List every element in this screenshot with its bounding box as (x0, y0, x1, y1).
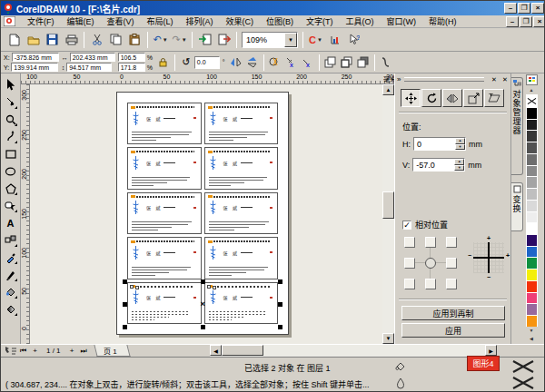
nonproportional-lock-button[interactable] (155, 54, 172, 71)
anchor-checkbox[interactable] (404, 258, 415, 269)
business-card[interactable]: 张 斌 (127, 103, 202, 144)
menu-11[interactable]: 帮助(H) (422, 15, 463, 28)
mdi-restore-button[interactable]: ❐ (520, 16, 532, 27)
color-swatch[interactable] (526, 257, 538, 269)
docker-grip[interactable] (404, 77, 484, 82)
pick-tool[interactable] (2, 76, 19, 93)
shape-tool[interactable] (2, 93, 19, 111)
scale-h-field[interactable]: 106.5 (118, 53, 145, 62)
menu-10[interactable]: 窗口(W) (381, 15, 423, 28)
convert-to-curves-button[interactable] (378, 54, 394, 71)
rotation-transform-button[interactable] (421, 89, 441, 107)
menu-2[interactable]: 编辑(E) (61, 15, 101, 28)
anchor-center-selected[interactable] (425, 258, 436, 269)
ellipse-tool[interactable] (2, 162, 19, 180)
scroll-down-icon[interactable]: ▼ (382, 333, 394, 344)
print-button[interactable] (62, 31, 81, 49)
basic-shapes-tool[interactable] (2, 197, 19, 214)
minimize-button[interactable]: – (504, 3, 517, 14)
trim-button[interactable]: x (300, 54, 316, 71)
color-swatch[interactable] (526, 153, 538, 165)
docker-title-bar[interactable]: » ✕ ✕ (395, 74, 511, 85)
color-swatch[interactable] (526, 315, 538, 327)
first-page-icon[interactable]: ⏮ (17, 346, 29, 357)
to-back-button[interactable] (339, 54, 355, 71)
scale-v-field[interactable]: 171.8 (118, 63, 145, 72)
horizontal-scrollbar[interactable]: ◀ ▶ (210, 345, 497, 357)
text-tool[interactable]: A (2, 214, 19, 231)
zoom-level-combobox[interactable]: 109% ▼ (242, 32, 298, 48)
anchor-checkbox[interactable] (446, 279, 457, 289)
position-transform-button[interactable] (401, 89, 421, 107)
business-card[interactable]: 张 斌 (204, 147, 279, 189)
color-swatch[interactable] (526, 280, 538, 292)
scroll-right-icon[interactable]: ▶ (485, 345, 497, 356)
cut-button[interactable] (87, 31, 106, 49)
v-spinner[interactable]: ▲▼ (454, 159, 464, 171)
new-button[interactable] (5, 31, 24, 49)
color-swatch[interactable] (526, 303, 538, 315)
menu-5[interactable]: 排列(A) (180, 15, 220, 28)
outline-tool[interactable] (2, 266, 19, 283)
scroll-left-icon[interactable]: ◀ (210, 345, 222, 356)
mirror-horizontal-button[interactable] (228, 54, 244, 71)
horizontal-scroll-thumb[interactable] (222, 345, 263, 356)
color-swatch[interactable] (526, 119, 538, 131)
zoom-dropdown-icon[interactable]: ▼ (284, 33, 297, 47)
business-card[interactable]: 张 斌 (127, 282, 202, 324)
color-swatch[interactable] (526, 222, 538, 234)
menu-7[interactable]: 位图(B) (260, 15, 300, 28)
size-transform-button[interactable] (463, 89, 483, 107)
menu-4[interactable]: 布局(L) (141, 15, 180, 28)
color-swatch[interactable] (526, 292, 538, 304)
fill-tool[interactable] (2, 283, 19, 300)
rectangle-tool[interactable] (2, 145, 19, 162)
mirror-vertical-button[interactable] (244, 54, 261, 71)
docker-group-close-icon[interactable]: ✕ (500, 75, 510, 84)
object-width-field[interactable]: 202.433 mm (70, 53, 115, 62)
menu-8[interactable]: 文字(T) (300, 15, 340, 28)
paste-button[interactable] (125, 31, 144, 49)
palette-expand-icon[interactable]: ◀ (526, 335, 538, 343)
copy-button[interactable] (106, 31, 125, 49)
business-card[interactable]: 张 斌 (204, 192, 279, 234)
save-button[interactable] (43, 31, 62, 49)
docker-collapse-icon[interactable]: » (397, 75, 401, 83)
export-button[interactable] (214, 31, 233, 49)
undo-button[interactable]: ↶▼ (151, 31, 170, 49)
interactive-fill-tool[interactable] (2, 300, 19, 318)
add-page-after-icon[interactable]: + (66, 346, 78, 357)
tab-transformation[interactable]: 变换 (511, 182, 523, 231)
restore-button[interactable]: ❐ (518, 3, 530, 14)
business-card[interactable]: 张 斌 (127, 192, 202, 234)
anchor-checkbox[interactable] (404, 237, 415, 248)
vertical-scroll-thumb[interactable] (382, 191, 394, 219)
to-front-button[interactable] (322, 54, 339, 71)
anchor-checkbox[interactable] (446, 237, 457, 248)
polygon-tool[interactable] (2, 180, 19, 197)
relative-position-checkbox[interactable]: ✓ (402, 220, 411, 230)
group-button[interactable] (355, 54, 372, 71)
color-swatch[interactable] (526, 130, 538, 142)
scale-mirror-transform-button[interactable] (442, 89, 462, 107)
horizontal-ruler[interactable]: 毫米 10050050100150200250300 (21, 74, 398, 84)
color-swatch[interactable] (526, 176, 538, 188)
y-position-field[interactable]: 139.914 mm (11, 63, 58, 72)
apply-to-duplicate-button[interactable]: 应用到再制 (401, 306, 505, 320)
combine-button[interactable] (267, 54, 283, 71)
menu-3[interactable]: 查看(V) (101, 15, 141, 28)
color-swatch[interactable] (526, 234, 538, 246)
business-card[interactable]: 张 斌 (127, 147, 202, 189)
no-color-swatch[interactable] (526, 94, 538, 107)
color-swatch[interactable] (526, 269, 538, 280)
close-button[interactable]: × (531, 3, 544, 14)
business-card[interactable]: 张 斌 (204, 237, 279, 279)
business-card[interactable]: 张 斌 (204, 103, 279, 144)
open-button[interactable] (24, 31, 43, 49)
color-swatch[interactable] (526, 165, 538, 177)
color-swatch[interactable] (526, 142, 538, 153)
palette-scroll-down-icon[interactable]: ▼ (526, 327, 538, 335)
mdi-close-button[interactable]: × (533, 16, 545, 27)
document-icon[interactable] (4, 16, 15, 26)
anchor-checkbox[interactable] (404, 279, 415, 289)
